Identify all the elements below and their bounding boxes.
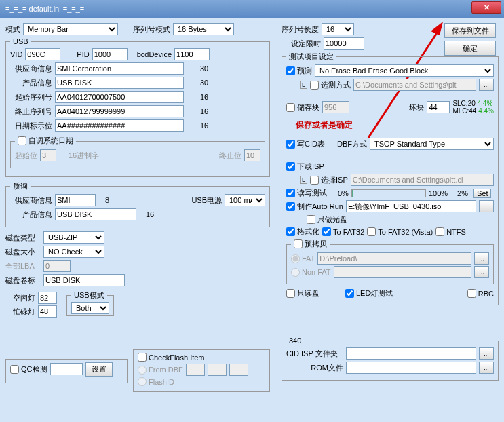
download-isp-check[interactable] bbox=[286, 162, 295, 171]
l-mark: L bbox=[300, 81, 307, 89]
cid-isp-input[interactable] bbox=[346, 347, 476, 360]
qc-group: QC检测设置 bbox=[5, 359, 128, 383]
progress-bar bbox=[351, 189, 426, 197]
cid-browse-button[interactable]: ... bbox=[479, 347, 494, 360]
fat-label: FAT bbox=[302, 254, 315, 263]
dbf2 bbox=[208, 364, 227, 376]
rom-file-input[interactable] bbox=[346, 362, 476, 374]
rom-file-label: ROM文件 bbox=[286, 363, 343, 373]
precopy-check[interactable] bbox=[294, 239, 303, 248]
led-test-check[interactable] bbox=[345, 289, 354, 298]
usb-power-label: USB电源 bbox=[191, 195, 222, 206]
select-isp-label: 选择ISP bbox=[321, 175, 348, 185]
storage-label: 储存块 bbox=[297, 102, 319, 113]
dbf1 bbox=[186, 364, 205, 376]
fat32v-check[interactable] bbox=[367, 227, 376, 236]
date-mark-label: 日期标示位 bbox=[10, 121, 52, 131]
q-product-input[interactable] bbox=[55, 208, 136, 220]
auto-date-check[interactable] bbox=[18, 136, 26, 145]
window-title: =_=_= default.ini =_=_= bbox=[5, 5, 84, 13]
usb-power-select[interactable]: 100 mA bbox=[225, 194, 265, 206]
dbf-mode-select[interactable]: TSOP Standard Type bbox=[370, 138, 494, 150]
nonfat-label: Non FAT bbox=[302, 268, 331, 276]
fat-radio bbox=[291, 254, 300, 263]
disk-label-input[interactable] bbox=[43, 274, 125, 286]
fat32v-label: To FAT32 (Vista) bbox=[378, 228, 433, 236]
n16c: 16 bbox=[200, 121, 208, 130]
checkflash-check[interactable] bbox=[138, 353, 147, 362]
qc-check[interactable] bbox=[10, 365, 19, 374]
sel-browse-button[interactable]: ... bbox=[479, 79, 494, 91]
flashid-radio bbox=[138, 377, 147, 386]
mode-select[interactable]: Memory Bar bbox=[23, 23, 118, 35]
readonly-check[interactable] bbox=[286, 289, 295, 298]
bad-input[interactable] bbox=[427, 101, 450, 113]
fat32-check[interactable] bbox=[322, 227, 331, 236]
start-sn-label: 起始序列号 bbox=[10, 92, 52, 102]
rom-browse-button[interactable]: ... bbox=[479, 362, 494, 374]
pretest-check[interactable] bbox=[286, 66, 295, 75]
close-button[interactable]: ✕ bbox=[471, 1, 501, 14]
serial-len-select[interactable]: 16 bbox=[322, 23, 354, 35]
format-label: 格式化 bbox=[297, 227, 319, 237]
disk-type-label: 磁盘类型 bbox=[5, 233, 41, 243]
rw-test-check[interactable] bbox=[286, 189, 295, 197]
format-check[interactable] bbox=[286, 227, 295, 236]
all-lba-input bbox=[43, 260, 71, 272]
vendor-label: 供应商信息 bbox=[10, 64, 52, 74]
set-limit-input[interactable] bbox=[324, 37, 364, 50]
mode-label: 模式 bbox=[5, 24, 20, 35]
sel-method-check[interactable] bbox=[310, 81, 319, 90]
q16: 16 bbox=[146, 210, 154, 218]
from-dbf-label: From DBF bbox=[149, 366, 183, 374]
mlc-label: MLC: bbox=[452, 107, 469, 115]
storage-check[interactable] bbox=[286, 103, 295, 112]
precopy-group: 预拷贝 FAT... Non FAT... bbox=[286, 239, 494, 284]
serial-mode-select[interactable]: 16 Bytes bbox=[173, 23, 234, 35]
rbc-label: RBC bbox=[478, 290, 494, 298]
q-vendor-input[interactable] bbox=[55, 194, 96, 206]
l-mark2: L bbox=[300, 176, 307, 184]
autorun-path-input[interactable] bbox=[346, 200, 476, 212]
start-sn-input[interactable] bbox=[55, 91, 184, 103]
slc-pct: 4.4% bbox=[478, 100, 493, 107]
q-vendor-label: 供应商信息 bbox=[10, 195, 52, 206]
pid-input[interactable] bbox=[92, 48, 128, 60]
date-mark-input[interactable] bbox=[55, 119, 184, 132]
bcd-input[interactable] bbox=[174, 48, 210, 60]
product-input[interactable] bbox=[55, 77, 184, 89]
qc-set-button[interactable]: 设置 bbox=[85, 362, 113, 377]
p100: 100% bbox=[429, 189, 448, 197]
autorun-check[interactable] bbox=[286, 202, 295, 211]
vendor-input[interactable] bbox=[55, 62, 184, 75]
busy-led-input[interactable] bbox=[38, 305, 57, 318]
auto-date-label: 自调系统日期 bbox=[28, 136, 73, 146]
bad-label: 坏块 bbox=[409, 102, 424, 113]
only-cd-check[interactable] bbox=[307, 215, 315, 224]
nonfat-radio bbox=[291, 268, 300, 277]
rbc-check[interactable] bbox=[467, 289, 476, 298]
select-isp-check[interactable] bbox=[310, 176, 319, 185]
qc-label: QC检测 bbox=[21, 364, 47, 375]
ntfs-check[interactable] bbox=[435, 227, 444, 236]
end-sn-input[interactable] bbox=[55, 105, 184, 117]
disk-size-label: 磁盘大小 bbox=[5, 247, 41, 257]
qc-input[interactable] bbox=[50, 363, 83, 375]
vid-input[interactable] bbox=[25, 48, 60, 60]
n340-legend: 340 bbox=[286, 337, 304, 345]
start-pos-label: 起始位 bbox=[15, 151, 37, 161]
erase-select[interactable]: No Erase Bad Erase Good Block bbox=[315, 64, 494, 77]
disk-type-select[interactable]: USB-ZIP bbox=[43, 231, 104, 244]
n30b: 30 bbox=[200, 79, 208, 87]
idle-led-input[interactable] bbox=[38, 292, 57, 304]
n340-group: 340 CID ISP 文件夹... ROM文件... bbox=[282, 337, 499, 381]
serial-len-label: 序列号长度 bbox=[282, 24, 319, 35]
autorun-browse-button[interactable]: ... bbox=[479, 200, 494, 212]
set2-button[interactable]: Set bbox=[473, 189, 492, 198]
write-cid-check[interactable] bbox=[286, 140, 295, 149]
n30a: 30 bbox=[200, 64, 208, 73]
idle-led-label: 空闲灯 bbox=[5, 293, 35, 303]
usb-mode-select[interactable]: Both bbox=[71, 302, 109, 314]
disk-size-select[interactable]: NO Check bbox=[43, 246, 104, 258]
all-lba-label: 全部LBA bbox=[5, 261, 41, 271]
